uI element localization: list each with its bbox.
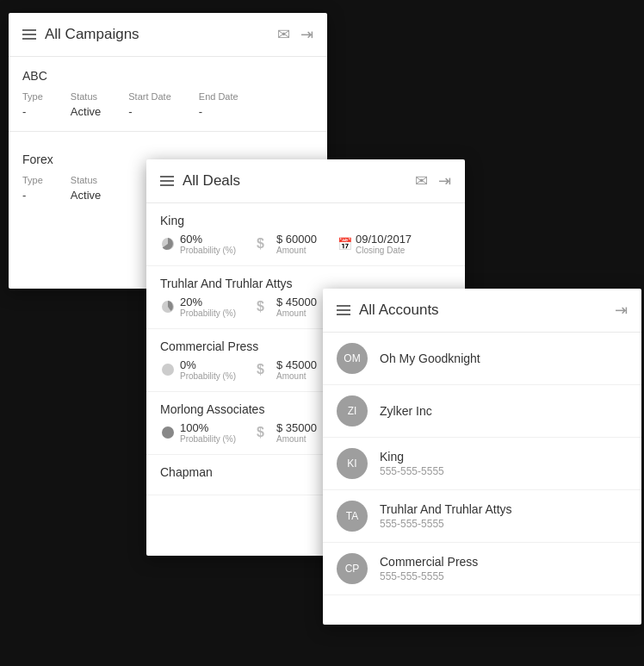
account-item-zi: ZI Zylker Inc [323, 385, 641, 438]
campaign-forex-type-value: - [22, 189, 26, 202]
king-prob-value: 60% [180, 233, 236, 246]
deal-commercial-amount: $ $ 45000 Amount [257, 358, 317, 381]
campaign-abc-enddate: End Date - [199, 91, 238, 119]
account-item-ta: TA Truhlar And Truhlar Attys 555-555-555… [323, 490, 641, 543]
account-ta-info: Truhlar And Truhlar Attys 555-555-5555 [380, 502, 512, 530]
morlong-prob-value: 100% [180, 421, 236, 434]
deals-email-icon[interactable]: ✉ [415, 171, 428, 190]
king-prob-stack: 60% Probability (%) [180, 233, 236, 255]
commercial-prob-stack: 0% Probability (%) [180, 358, 236, 381]
hamburger-icon[interactable] [22, 29, 36, 40]
truhlar-amount-value: $ 45000 [276, 296, 317, 308]
avatar-cp: CP [337, 553, 368, 584]
accounts-panel: All Accounts ⇥ OM Oh My Goodknight ZI Zy… [323, 289, 641, 625]
accounts-hamburger-icon[interactable] [337, 305, 350, 315]
king-date-stack: 09/10/2017 Closing Date [356, 233, 412, 255]
account-ta-phone: 555-555-5555 [380, 518, 512, 530]
campaign-forex-status-value: Active [71, 189, 101, 202]
campaign-abc-type: Type - [22, 91, 43, 119]
account-item-ki: KI King 555-555-5555 [323, 438, 641, 490]
king-date-value: 09/10/2017 [356, 233, 412, 246]
deal-king-name: King [160, 214, 451, 227]
king-prob-label: Probability (%) [180, 246, 236, 255]
truhlar-prob-stack: 20% Probability (%) [180, 296, 236, 318]
morlong-amount-stack: $ 35000 Amount [276, 421, 317, 444]
campaigns-actions: ✉ ⇥ [277, 25, 313, 44]
deal-king-probability: 60% Probability (%) [160, 233, 236, 255]
avatar-ta: TA [337, 501, 368, 532]
svg-point-2 [162, 364, 174, 376]
campaign-abc-enddate-value: - [199, 105, 202, 118]
king-amount-label: Amount [276, 246, 317, 255]
account-cp-info: Commercial Press 555-555-5555 [380, 555, 478, 582]
morlong-amount-value: $ 35000 [276, 421, 317, 434]
status-label: Status [71, 91, 101, 102]
email-icon[interactable]: ✉ [277, 25, 290, 44]
commercial-prob-label: Probability (%) [180, 371, 236, 381]
truhlar-amount-label: Amount [276, 308, 317, 318]
accounts-pin-icon[interactable]: ⇥ [615, 301, 628, 320]
deals-title: All Deals [160, 172, 415, 190]
deals-actions: ✉ ⇥ [415, 171, 451, 190]
forex-type-label: Type [22, 175, 43, 185]
probability-pie-icon [160, 236, 176, 252]
accounts-actions: ⇥ [615, 301, 628, 320]
type-label: Type [22, 91, 43, 102]
deal-morlong-probability: 100% Probability (%) [160, 421, 236, 444]
campaigns-title-text: All Campaigns [45, 26, 139, 43]
morlong-amount-label: Amount [276, 434, 317, 444]
deal-item-king: King 60% Probability (%) $ $ 60000 Amoun… [146, 203, 465, 266]
forex-status-label: Status [71, 175, 101, 185]
deal-king-date: 📅 09/10/2017 Closing Date [337, 233, 412, 255]
dollar-icon: $ [257, 236, 272, 252]
commercial-prob-value: 0% [180, 358, 236, 371]
morlong-prob-stack: 100% Probability (%) [180, 421, 236, 444]
truhlar-dollar-icon: $ [257, 299, 272, 314]
campaign-forex-type: Type - [22, 175, 43, 202]
truhlar-prob-value: 20% [180, 296, 236, 308]
morlong-prob-icon [160, 425, 176, 440]
avatar-om: OM [337, 343, 368, 374]
account-item-om: OM Oh My Goodknight [323, 333, 641, 385]
deals-title-text: All Deals [183, 172, 240, 190]
morlong-prob-label: Probability (%) [180, 434, 236, 444]
accounts-header: All Accounts ⇥ [323, 289, 641, 333]
avatar-zi: ZI [337, 395, 368, 426]
deals-header: All Deals ✉ ⇥ [146, 159, 465, 203]
account-om-info: Oh My Goodknight [380, 352, 480, 365]
deal-truhlar-probability: 20% Probability (%) [160, 296, 236, 318]
morlong-dollar-icon: $ [257, 425, 272, 440]
avatar-ki: KI [337, 448, 368, 479]
account-cp-phone: 555-555-5555 [380, 570, 478, 582]
deal-morlong-amount: $ $ 35000 Amount [257, 421, 317, 444]
account-cp-name: Commercial Press [380, 555, 478, 569]
campaign-abc-startdate: Start Date - [128, 91, 171, 119]
svg-point-3 [162, 426, 174, 439]
campaign-abc-name: ABC [9, 57, 327, 86]
calendar-icon: 📅 [337, 237, 351, 251]
deals-pin-icon[interactable]: ⇥ [438, 171, 451, 190]
king-amount-value: $ 60000 [276, 233, 317, 246]
truhlar-prob-label: Probability (%) [180, 308, 236, 318]
campaign-abc-type-value: - [22, 105, 26, 118]
campaign-abc-fields: Type - Status Active Start Date - End Da… [9, 86, 327, 122]
account-zi-info: Zylker Inc [380, 404, 432, 418]
campaign-abc-status: Status Active [71, 91, 101, 119]
king-amount-stack: $ 60000 Amount [276, 233, 317, 255]
campaigns-header: All Campaigns ✉ ⇥ [9, 13, 327, 57]
deals-hamburger-icon[interactable] [160, 176, 174, 186]
pin-icon[interactable]: ⇥ [300, 25, 313, 44]
enddate-label: End Date [199, 91, 238, 102]
account-ki-phone: 555-555-5555 [380, 465, 444, 477]
deal-commercial-probability: 0% Probability (%) [160, 358, 236, 381]
accounts-title: All Accounts [337, 302, 615, 319]
startdate-label: Start Date [128, 91, 171, 102]
campaigns-title: All Campaigns [22, 26, 277, 43]
account-zi-name: Zylker Inc [380, 404, 432, 418]
king-date-label: Closing Date [356, 246, 412, 255]
account-item-cp: CP Commercial Press 555-555-5555 [323, 543, 641, 595]
deal-king-meta: 60% Probability (%) $ $ 60000 Amount 📅 0… [160, 233, 451, 255]
deal-king-amount: $ $ 60000 Amount [257, 233, 317, 255]
campaign-abc-startdate-value: - [128, 105, 132, 118]
account-ta-name: Truhlar And Truhlar Attys [380, 502, 512, 516]
